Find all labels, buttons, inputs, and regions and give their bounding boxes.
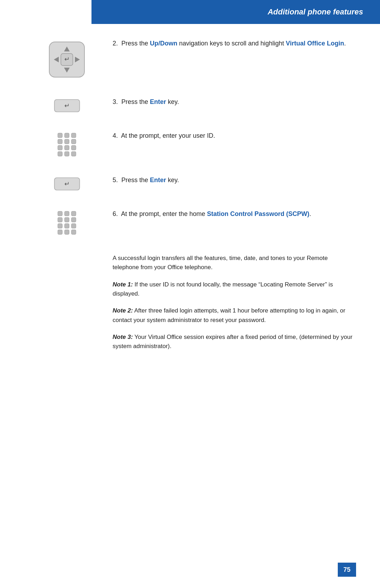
svg-rect-11 <box>71 133 76 138</box>
svg-text:↵: ↵ <box>64 102 70 109</box>
svg-rect-13 <box>65 139 69 144</box>
svg-text:↵: ↵ <box>64 56 70 63</box>
svg-rect-24 <box>65 211 69 216</box>
step-3-highlight-enter: Enter <box>150 98 166 105</box>
step-3-post: key. <box>166 98 179 105</box>
svg-rect-34 <box>71 230 76 234</box>
keypad-icon-6 <box>56 211 77 235</box>
step-4-content: At the prompt, enter your user ID. <box>121 132 215 139</box>
step-5-number: 5. <box>113 177 121 184</box>
step-5-row: ↵ 5. Press the Enter key. <box>32 175 355 191</box>
page-number: 75 <box>343 566 350 574</box>
step-6-row: 6. At the prompt, enter the home Station… <box>32 209 355 235</box>
step-5-highlight-enter: Enter <box>150 177 166 184</box>
svg-rect-9 <box>58 133 62 138</box>
page-title: Additional phone features <box>268 7 363 17</box>
svg-rect-29 <box>58 224 62 228</box>
step-2-number: 2. <box>113 40 121 47</box>
step-4-icon-cell <box>32 131 102 157</box>
step-5-icon-cell: ↵ <box>32 175 102 191</box>
note-1: Note 1: If the user ID is not found loca… <box>113 280 355 299</box>
step-2-icon-cell: ↵ <box>32 39 102 79</box>
step-5-post: key. <box>166 177 179 184</box>
step-3-text: 3. Press the Enter key. <box>102 97 355 107</box>
step-6-number: 6. <box>113 210 121 217</box>
note-3-text: Your Virtual Office session expires afte… <box>113 334 353 349</box>
svg-rect-33 <box>65 230 69 234</box>
step-6-highlight-scpw: Station Control Password (SCPW) <box>207 210 309 217</box>
svg-rect-20 <box>71 151 76 156</box>
dpad-icon: ↵ <box>48 40 86 79</box>
svg-rect-15 <box>58 146 62 150</box>
svg-rect-31 <box>71 224 76 228</box>
svg-rect-25 <box>71 211 76 216</box>
step-3-pre: Press the <box>121 98 150 105</box>
notes-section: A successful login transfers all the fea… <box>113 254 355 351</box>
svg-rect-18 <box>58 151 62 156</box>
enter-key-icon-3: ↵ <box>54 99 80 113</box>
step-4-number: 4. <box>113 132 121 139</box>
svg-rect-12 <box>58 139 62 144</box>
step-5-pre: Press the <box>121 177 150 184</box>
step-6-icon-cell <box>32 209 102 235</box>
success-paragraph: A successful login transfers all the fea… <box>113 254 355 272</box>
step-5-text: 5. Press the Enter key. <box>102 175 355 185</box>
step-6-pre: At the prompt, enter the home <box>121 210 207 217</box>
note-2-text: After three failed login attempts, wait … <box>113 307 345 323</box>
svg-rect-30 <box>65 224 69 228</box>
enter-key-icon-5: ↵ <box>54 177 80 191</box>
step-6-period: . <box>309 210 311 217</box>
svg-rect-26 <box>58 217 62 222</box>
step-2-highlight-updown: Up/Down <box>150 40 177 47</box>
step-3-number: 3. <box>113 98 121 105</box>
step-6-text: 6. At the prompt, enter the home Station… <box>102 209 355 219</box>
step-2-text: 2. Press the Up/Down navigation keys to … <box>102 39 355 48</box>
main-content: ↵ 2. Press the Up/Down navigation keys t… <box>32 39 355 359</box>
page-number-box: 75 <box>338 563 356 577</box>
svg-rect-16 <box>65 146 69 150</box>
header-bar: Additional phone features <box>91 0 380 24</box>
step-2-highlight-vol: Virtual Office Login <box>286 40 344 47</box>
step-4-row: 4. At the prompt, enter your user ID. <box>32 131 355 157</box>
step-2-period: . <box>344 40 346 47</box>
note-2: Note 2: After three failed login attempt… <box>113 306 355 325</box>
svg-rect-27 <box>65 217 69 222</box>
step-3-row: ↵ 3. Press the Enter key. <box>32 97 355 113</box>
svg-rect-17 <box>71 146 76 150</box>
keypad-icon-4 <box>56 132 77 157</box>
step-3-icon-cell: ↵ <box>32 97 102 113</box>
step-4-text: 4. At the prompt, enter your user ID. <box>102 131 355 141</box>
svg-rect-32 <box>58 230 62 234</box>
step-2-row: ↵ 2. Press the Up/Down navigation keys t… <box>32 39 355 79</box>
note-2-label: Note 2: <box>113 307 133 314</box>
note-1-label: Note 1: <box>113 281 133 288</box>
svg-rect-10 <box>65 133 69 138</box>
note-1-text: If the user ID is not found locally, the… <box>113 281 333 297</box>
step-2-mid: navigation keys to scroll and highlight <box>177 40 286 47</box>
svg-rect-19 <box>65 151 69 156</box>
note-3: Note 3: Your Virtual Office session expi… <box>113 333 355 351</box>
svg-rect-23 <box>58 211 62 216</box>
step-2-pre: Press the <box>121 40 150 47</box>
svg-rect-28 <box>71 217 76 222</box>
note-3-label: Note 3: <box>113 334 133 340</box>
svg-rect-14 <box>71 139 76 144</box>
svg-text:↵: ↵ <box>64 180 70 187</box>
